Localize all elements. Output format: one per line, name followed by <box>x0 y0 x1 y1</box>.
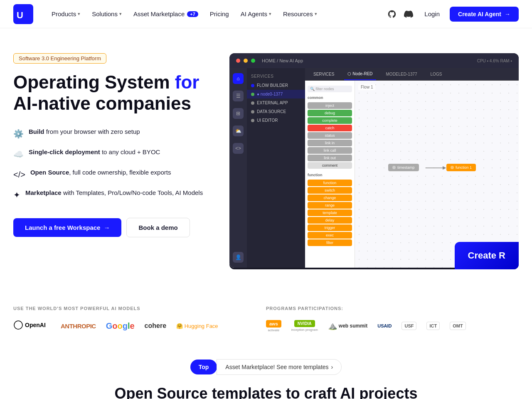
services-panel: SERVICES FLOW BUILDER ● node0-1377 EXTER… <box>247 68 305 268</box>
logo-huggingface: 🤗 Hugging Face <box>176 319 218 332</box>
node-trigger[interactable]: trigger <box>308 224 352 231</box>
panel-item-flow-builder[interactable]: FLOW BUILDER <box>247 81 305 90</box>
flow-node-timestamp[interactable]: timestamp <box>388 164 419 171</box>
login-button[interactable]: Login <box>419 7 445 21</box>
logo-usaid: USAID <box>377 319 392 332</box>
node-switch[interactable]: switch <box>308 187 352 194</box>
node-change[interactable]: change <box>308 195 352 201</box>
services-icon[interactable]: ☰ <box>233 91 244 101</box>
logos-section: USE THE WORLD'S MOST POWERFUL AI MODELS … <box>0 286 532 346</box>
node-catch[interactable]: catch <box>308 125 352 131</box>
discord-icon[interactable] <box>403 8 414 20</box>
window-maximize-dot <box>251 59 255 63</box>
logo-link[interactable]: U <box>13 4 33 24</box>
panel-item-node[interactable]: ● node0-1377 <box>247 90 305 99</box>
tab-node-red[interactable]: ⬡ Node-RED <box>344 68 376 80</box>
node-function[interactable]: function <box>308 180 352 186</box>
logo-omt: OMT <box>450 319 466 332</box>
svg-text:U: U <box>17 10 23 20</box>
node-delay[interactable]: delay <box>308 217 352 224</box>
book-demo-button[interactable]: Book a demo <box>126 218 190 237</box>
cloud-icon: ☁️ <box>13 148 24 160</box>
code-icon: </> <box>13 168 25 181</box>
window-titlebar: HOME / New AI App CPU ▪ 4.6% RAM ▪ <box>229 53 519 68</box>
connections-svg <box>355 81 519 268</box>
nav-resources[interactable]: Resources ▾ <box>278 7 322 21</box>
icon-sidebar: ⌂ ☰ ⊞ ⛅ <> 👤 <box>229 68 247 268</box>
pill-row: Top Asset Marketplace! See more template… <box>13 359 519 375</box>
tab-modeled[interactable]: MODELED-1377 <box>383 68 421 80</box>
node-status[interactable]: status <box>308 132 352 139</box>
nav-marketplace[interactable]: Asset Marketplace +7 <box>128 7 203 21</box>
cta-overlay[interactable]: Create R <box>455 242 519 269</box>
github-icon[interactable] <box>386 8 398 20</box>
tab-logs[interactable]: LOGS <box>427 68 446 80</box>
panel-item-ui-editor[interactable]: UI EDITOR <box>247 116 305 125</box>
hero-screenshot-area: HOME / New AI App CPU ▪ 4.6% RAM ▪ ⌂ ☰ ⊞… <box>229 53 519 269</box>
chevron-down-icon: ▾ <box>315 11 317 17</box>
svg-point-3 <box>14 321 22 329</box>
chevron-down-icon: ▾ <box>78 11 80 17</box>
node-exec[interactable]: exec <box>308 232 352 239</box>
node-debug[interactable]: debug <box>308 110 352 116</box>
logo-ict: ICT <box>426 319 440 332</box>
arrow-right-icon: → <box>103 224 110 231</box>
user-icon[interactable]: 👤 <box>233 252 244 263</box>
nav-pricing[interactable]: Pricing <box>205 7 234 21</box>
ubos-logo-icon: U <box>13 4 33 24</box>
node-link-call[interactable]: link call <box>308 147 352 154</box>
node-range[interactable]: range <box>308 202 352 209</box>
chevron-down-icon: ▾ <box>119 11 122 17</box>
hero-title: Operating System for AI-native companies <box>13 72 213 114</box>
node-link-in[interactable]: link in <box>308 140 352 146</box>
filter-nodes-search[interactable]: 🔍 filter nodes <box>308 86 352 92</box>
programs-label: PROGRAMS PARTICIPATIONS: <box>266 306 519 311</box>
window-close-dot <box>236 59 240 63</box>
flow-canvas[interactable]: Flow 1 timestamp function 1 <box>355 81 519 268</box>
code-nav-icon[interactable]: <> <box>233 143 244 154</box>
function-group-label: function <box>305 171 355 179</box>
launch-workspace-button[interactable]: Launch a free Workspace → <box>13 218 121 237</box>
nav-products[interactable]: Products ▾ <box>47 7 85 21</box>
nav-links: Products ▾ Solutions ▾ Asset Marketplace… <box>47 7 386 21</box>
logo-usf: USF <box>401 319 416 332</box>
node-template[interactable]: template <box>308 209 352 216</box>
panel-item-data-source[interactable]: DATA SOURCE <box>247 107 305 116</box>
logos-row: USE THE WORLD'S MOST POWERFUL AI MODELS … <box>13 306 519 332</box>
ai-models-label: USE THE WORLD'S MOST POWERFUL AI MODELS <box>13 306 266 311</box>
cloud-nav-icon[interactable]: ⛅ <box>233 126 244 136</box>
node-comment[interactable]: comment <box>308 162 352 169</box>
window-stats: CPU ▪ 4.6% RAM ▪ <box>477 59 512 63</box>
chevron-right-icon: › <box>331 364 333 370</box>
marketplace-link[interactable]: Asset Marketplace! See more templates › <box>217 359 342 375</box>
node-inject[interactable]: inject <box>308 102 352 109</box>
hero-section: Software 3.0 Engineering Platform Operat… <box>0 28 532 286</box>
window-minimize-dot <box>244 59 248 63</box>
app-body: ⌂ ☰ ⊞ ⛅ <> 👤 SERVICES FLOW BUILDER <box>229 68 519 268</box>
node-filter[interactable]: filter <box>308 239 352 246</box>
create-ai-agent-button[interactable]: Create AI Agent → <box>450 7 519 22</box>
flow-node-function1[interactable]: function 1 <box>446 164 476 171</box>
nav-solutions[interactable]: Solutions ▾ <box>87 7 127 21</box>
arrow-right-icon: → <box>505 11 510 17</box>
grid-icon[interactable]: ⊞ <box>233 108 244 119</box>
hero-feature-marketplace: ✦ Marketplace with Templates, Pro/Low/No… <box>13 188 213 201</box>
node-complete[interactable]: complete <box>308 117 352 124</box>
flow-name: Flow 1 <box>358 84 375 90</box>
main-content: SERVICES ⬡ Node-RED MODELED-1377 LOGS 🔍 … <box>305 68 519 268</box>
marketplace-icon: ✦ <box>13 189 20 201</box>
logo-anthropic: ANTHROPIC <box>61 319 96 332</box>
panel-item-external-app[interactable]: EXTERNAL APP <box>247 99 305 107</box>
node-link-out[interactable]: link out <box>308 155 352 161</box>
tabs-bar: SERVICES ⬡ Node-RED MODELED-1377 LOGS <box>305 68 519 81</box>
hero-content: Software 3.0 Engineering Platform Operat… <box>13 53 213 237</box>
nav-right: Login Create AI Agent → <box>386 7 519 22</box>
top-pill[interactable]: Top <box>190 360 217 374</box>
cta-overlay-text: Create R <box>468 250 505 261</box>
programs-list: aws activate NVIDIA inception program ⛰️… <box>266 319 519 332</box>
window-title: HOME / New AI App <box>262 58 303 63</box>
tab-services[interactable]: SERVICES <box>310 68 337 80</box>
nav-ai-agents[interactable]: AI Agents ▾ <box>236 7 276 21</box>
panel-section-label: SERVICES <box>247 71 305 81</box>
hero-feature-build: ⚙️ Build from your browser with zero set… <box>13 127 213 140</box>
